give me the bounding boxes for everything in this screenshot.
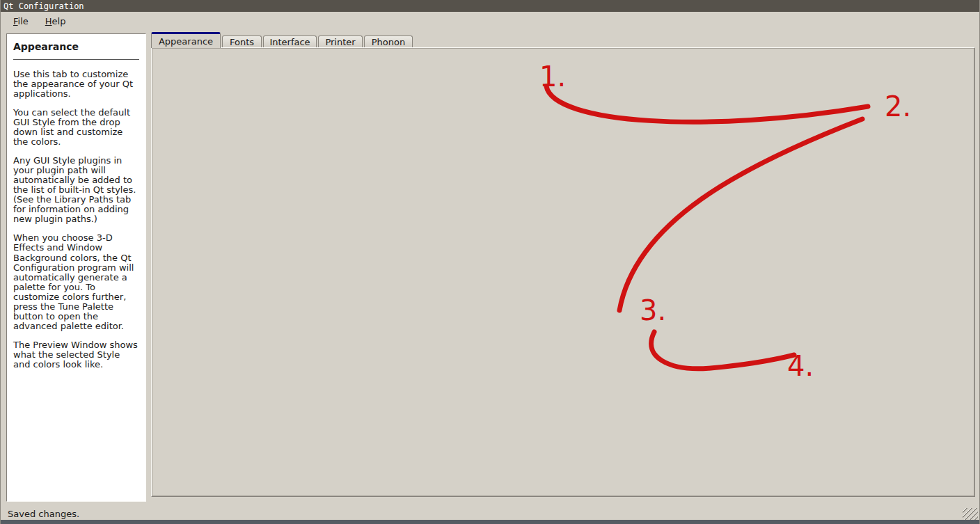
divider	[13, 59, 139, 60]
menubar: File Help	[1, 12, 980, 30]
panel-paragraph: Use this tab to customize the appearance…	[13, 70, 139, 99]
panel-heading: Appearance	[13, 41, 139, 52]
app-title: Qt Configuration	[3, 1, 84, 11]
annotation-number-3: 3.	[640, 296, 666, 324]
app-titlebar[interactable]: Qt Configuration	[1, 0, 980, 12]
window-bottom-edge	[1, 520, 980, 524]
description-panel: Appearance Use this tab to customize the…	[6, 33, 146, 502]
panel-paragraph: When you choose 3-D Effects and Window B…	[13, 233, 139, 331]
status-text: Saved changes.	[8, 509, 79, 519]
tab-phonon[interactable]: Phonon	[364, 35, 413, 48]
annotation-number-2: 2.	[885, 93, 911, 120]
panel-paragraph: Any GUI Style plugins in your plugin pat…	[13, 156, 139, 224]
statusbar: Saved changes.	[1, 507, 980, 521]
qt-configuration-window: { "window": { "title": "Qt Configuration…	[0, 0, 980, 524]
resize-grip[interactable]	[963, 508, 978, 520]
annotation-number-4: 4.	[787, 352, 814, 380]
menu-help[interactable]: Help	[38, 14, 73, 29]
menu-file[interactable]: File	[6, 14, 35, 29]
panel-paragraph: You can select the default GUI Style fro…	[13, 108, 139, 147]
panel-paragraph: The Preview Window shows what the select…	[13, 340, 139, 370]
tab-appearance[interactable]: Appearance	[151, 32, 221, 48]
tab-printer[interactable]: Printer	[318, 35, 363, 48]
tab-fonts[interactable]: Fonts	[222, 35, 262, 48]
annotation-number-1: 1.	[539, 63, 566, 90]
tab-content-frame	[151, 47, 975, 497]
tab-interface[interactable]: Interface	[263, 35, 317, 48]
